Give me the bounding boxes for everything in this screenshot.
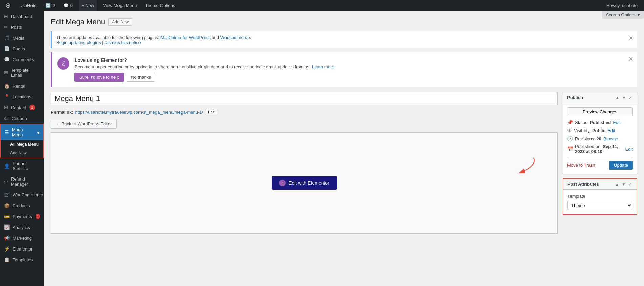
screen-options-button[interactable]: Screen Options ▾ [602,11,644,19]
yes-help-button[interactable]: Sure! I'd love to help [74,73,124,82]
edit-form-area: Permalink: https://usahotel.mytravelerwp… [51,92,637,234]
permalink-url[interactable]: https://usahotel.mytravelerwp.com/st_meg… [75,110,203,115]
elementor-notice-close[interactable]: ✕ [629,56,633,62]
publish-panel-body: Preview Changes 📌 Status: Published Edit… [563,103,637,174]
site-name[interactable]: UsaHotel [17,0,39,11]
products-icon: 📦 [4,203,10,208]
mailchimp-link[interactable]: MailChimp for WordPress [160,35,211,40]
published-edit-link[interactable]: Edit [625,147,633,152]
panel-expand-button[interactable]: ▼ [621,95,627,100]
notice-close-button[interactable]: ✕ [629,35,633,41]
sidebar-item-label: Dashboard [11,14,33,19]
sidebar-item-label: Mega Menu [12,127,34,137]
main-content: Edit Mega Menu Add New There are updates… [44,11,644,286]
submenu-all-mega-menu[interactable]: All Mega Menu [1,140,43,149]
post-title-input[interactable] [55,94,554,103]
begin-updating-link[interactable]: Begin updating plugins [56,40,101,45]
sidebar-item-marketing[interactable]: 📢 Marketing [0,233,44,243]
view-mega-menu[interactable]: View Mega Menu [101,0,139,11]
sidebar-item-posts[interactable]: ✏ Posts [0,22,44,32]
theme-options[interactable]: Theme Options [143,0,177,11]
published-label: Published on: Sep 11, 2023 at 08:10 [575,144,623,154]
publish-panel-title: Publish [567,95,583,100]
rental-icon: 🏠 [4,83,10,89]
no-thanks-button[interactable]: No thanks [127,73,155,82]
revisions-icon: 🕐 [567,136,573,141]
sidebar-item-coupon[interactable]: 🏷 Coupon [0,113,44,124]
sidebar-item-comments[interactable]: 💬 Comments [0,54,44,65]
analytics-icon: 📈 [4,224,10,230]
elementor-notice: ℰ Love using Elementor? Become a super c… [51,52,637,87]
add-new-button[interactable]: Add New [108,18,132,26]
sidebar-item-label: Comments [13,57,34,62]
move-to-trash-link[interactable]: Move to Trash [567,163,595,168]
sidebar-item-analytics[interactable]: 📈 Analytics [0,222,44,233]
post-attributes-title: Post Attributes [567,182,599,187]
sidebar-item-contact[interactable]: ✉ Contact 1 [0,102,44,113]
sidebar-item-rental[interactable]: 🏠 Rental [0,80,44,91]
admin-bar: ⊕ UsaHotel 🔄 2 💬 0 + New View Mega Menu … [0,0,644,11]
sidebar-item-refund-manager[interactable]: ↩ Refund Manager [0,174,44,189]
template-select[interactable]: Default Template Theme [567,201,632,210]
sidebar-item-media[interactable]: 🎵 Media [0,32,44,43]
mega-menu-submenu: All Mega Menu Add New [1,140,43,158]
sidebar-item-pages[interactable]: 📄 Pages [0,43,44,54]
edit-with-elementor-button[interactable]: ℰ Edit with Elementor [272,176,337,190]
learn-more-link[interactable]: Learn more. [312,64,336,69]
template-label: Template [567,194,632,199]
sidebar-item-locations[interactable]: 📍 Locations [0,91,44,102]
panel-fullscreen-button[interactable]: ⤢ [628,95,633,100]
update-button[interactable]: Update [609,161,633,170]
post-title-wrap [51,92,558,105]
submenu-add-new[interactable]: Add New [1,149,43,158]
panel-toggle-buttons-attr: ▲ ▼ ⤢ [614,182,632,187]
sidebar-item-products[interactable]: 📦 Products [0,200,44,211]
sidebar-item-payments[interactable]: 💳 Payments 1 [0,211,44,222]
publish-panel-header: Publish ▲ ▼ ⤢ [563,92,637,103]
wp-logo[interactable]: ⊕ [3,0,13,11]
preview-changes-button[interactable]: Preview Changes [567,107,633,116]
elementor-notice-buttons: Sure! I'd love to help No thanks [74,73,336,82]
dashboard-icon: ⊞ [4,14,8,19]
sidebar-item-template-email[interactable]: ✉ Template Email [0,65,44,80]
sidebar-item-templates[interactable]: 📋 Templates [0,254,44,265]
woo-icon: 🛒 [4,192,10,197]
panel-collapse-button[interactable]: ▲ [615,95,620,100]
sidebar-item-label: Locations [13,94,31,99]
visibility-edit-link[interactable]: Edit [607,128,615,133]
status-edit-link[interactable]: Edit [613,120,620,125]
sidebar-item-label: Products [13,203,30,208]
sidebar-item-woocommerce[interactable]: 🛒 WooCommerce [0,189,44,200]
back-to-wp-button[interactable]: ← Back to WordPress Editor [51,119,117,129]
comment-count[interactable]: 💬 0 [61,0,75,11]
visibility-row: 👁 Visibility: Public Edit [567,128,633,133]
new-item[interactable]: + New [79,0,97,11]
admin-menu: ⊞ Dashboard ✏ Posts 🎵 Media 📄 Pages 💬 Co… [0,11,44,286]
visibility-icon: 👁 [567,128,572,133]
screen-meta-toggle: Screen Options ▾ [602,11,644,19]
permalink-row: Permalink: https://usahotel.mytravelerwp… [51,109,558,115]
comments-icon: 💬 [4,57,10,62]
elementor-btn-icon: ℰ [279,180,286,186]
status-row: 📌 Status: Published Edit [567,120,633,125]
attr-expand-button[interactable]: ▼ [621,182,626,187]
page-title-area: Edit Mega Menu Add New [51,18,637,26]
mega-menu-section: ☰ Mega Menu ◀ All Mega Menu Add New [0,124,44,158]
edit-permalink-button[interactable]: Edit [205,109,217,115]
sidebar-item-dashboard[interactable]: ⊞ Dashboard [0,11,44,22]
dismiss-notice-link[interactable]: Dismiss this notice [104,40,141,45]
edit-elementor-label: Edit with Elementor [288,180,329,186]
sidebar-item-mega-menu[interactable]: ☰ Mega Menu ◀ [1,124,43,140]
attr-fullscreen-button[interactable]: ⤢ [628,182,632,187]
media-icon: 🎵 [4,35,10,41]
elementor-logo-icon: ℰ [57,57,69,70]
revisions-browse-link[interactable]: Browse [603,136,618,141]
posts-icon: ✏ [4,24,8,30]
woocommerce-link[interactable]: Woocommerce [220,35,250,40]
sidebar-item-partner-statistic[interactable]: 👤 Partner Statistic [0,158,44,174]
sidebar-item-label: Payments [13,214,32,219]
attr-collapse-button[interactable]: ▲ [614,182,620,187]
update-count[interactable]: 🔄 2 [43,0,57,11]
published-icon: 📅 [567,146,573,152]
sidebar-item-elementor[interactable]: ⚡ Elementor [0,243,44,254]
